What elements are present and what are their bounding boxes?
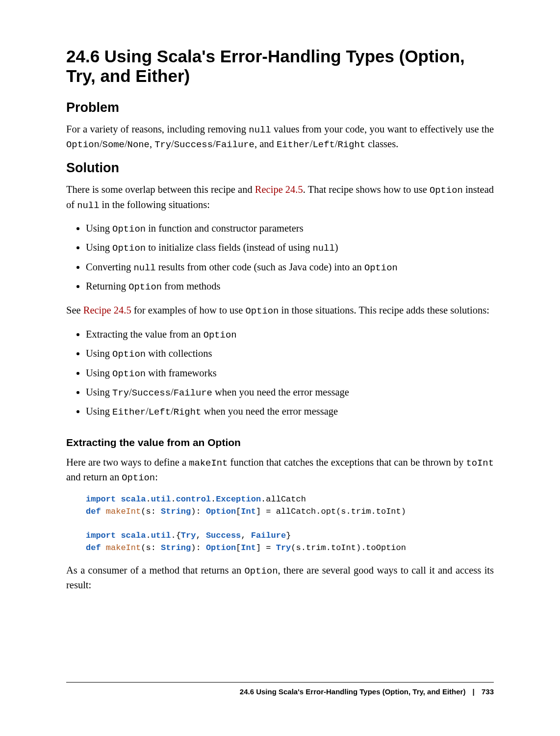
list-item: Converting null results from other code … xyxy=(86,260,494,274)
code-option: Option xyxy=(245,566,278,577)
code-option: Option xyxy=(66,139,100,150)
solution-list-1: Using Option in function and constructor… xyxy=(86,221,494,294)
code-makeint: makeInt xyxy=(189,458,228,469)
list-item: Using Option to initialize class fields … xyxy=(86,240,494,255)
code-try: Try xyxy=(154,139,171,150)
list-item: Extracting the value from an Option xyxy=(86,327,494,342)
section-title: 24.6 Using Scala's Error-Handling Types … xyxy=(66,47,494,86)
code-null: null xyxy=(77,200,99,211)
solution-heading: Solution xyxy=(66,160,494,176)
list-item: Using Try/Success/Failure when you need … xyxy=(86,385,494,399)
list-item: Using Either/Left/Right when you need th… xyxy=(86,404,494,419)
problem-heading: Problem xyxy=(66,100,494,115)
extracting-heading: Extracting the value from an Option xyxy=(66,437,494,448)
code-block: import scala.util.control.Exception.allC… xyxy=(86,494,494,554)
code-failure: Failure xyxy=(216,139,255,150)
code-null: null xyxy=(249,125,271,135)
code-option: Option xyxy=(246,306,279,316)
problem-paragraph: For a variety of reasons, including remo… xyxy=(66,122,494,152)
footer-title: 24.6 Using Scala's Error-Handling Types … xyxy=(240,687,466,696)
solution-paragraph-2: See Recipe 24.5 for examples of how to u… xyxy=(66,303,494,318)
list-item: Using Option in function and constructor… xyxy=(86,221,494,236)
code-left: Left xyxy=(313,139,335,150)
list-item: Returning Option from methods xyxy=(86,279,494,293)
extracting-paragraph-1: Here are two ways to define a makeInt fu… xyxy=(66,455,494,485)
footer-separator: | xyxy=(473,687,475,696)
list-item: Using Option with frameworks xyxy=(86,366,494,380)
solution-paragraph-1: There is some overlap between this recip… xyxy=(66,183,494,212)
page-number: 733 xyxy=(482,687,494,696)
code-toint: toInt xyxy=(466,458,494,469)
recipe-link[interactable]: Recipe 24.5 xyxy=(83,305,131,315)
code-success: Success xyxy=(174,139,213,150)
page-footer: 24.6 Using Scala's Error-Handling Types … xyxy=(66,682,494,696)
extracting-paragraph-2: As a consumer of a method that returns a… xyxy=(66,563,494,593)
list-item: Using Option with collections xyxy=(86,346,494,361)
solution-list-2: Extracting the value from an Option Usin… xyxy=(86,327,494,419)
code-right: Right xyxy=(338,139,366,150)
code-some: Some xyxy=(102,139,125,150)
code-option: Option xyxy=(430,185,463,196)
code-option: Option xyxy=(122,473,155,483)
code-none: None xyxy=(127,139,150,150)
code-either: Either xyxy=(277,139,310,150)
recipe-link[interactable]: Recipe 24.5 xyxy=(255,184,303,195)
